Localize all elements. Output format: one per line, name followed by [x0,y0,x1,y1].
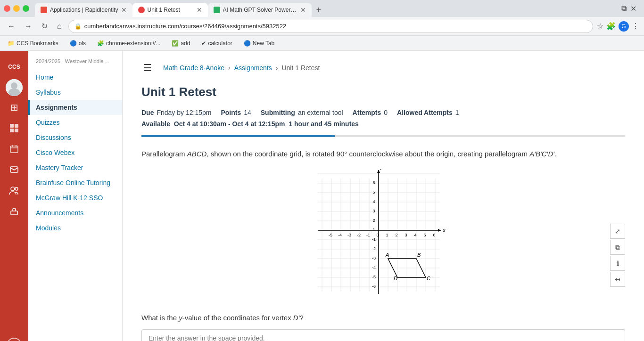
svg-marker-45 [438,229,441,232]
breadcrumb-course-link[interactable]: Math Grade 8-Anoke [163,64,224,72]
tab-close-1[interactable]: ✕ [121,6,127,14]
canvas-logo[interactable]: CCS [4,55,25,75]
sidebar-link-announcements[interactable]: Announcements [28,205,122,220]
content-wrapper: Parallelogram ABCD, shown on the coordin… [141,148,625,341]
sidebar-item-modules[interactable]: Modules [28,220,122,235]
bookmark-star-button[interactable]: ☆ [597,21,603,32]
bookmark-calculator[interactable]: ✔ calculator [198,39,235,48]
close-browser-button[interactable]: ✕ [630,4,636,13]
menu-button[interactable]: ⋮ [632,21,639,32]
extensions-button[interactable]: 🧩 [606,21,616,32]
rail-courses-icon[interactable] [5,119,24,138]
user-avatar[interactable] [6,79,23,96]
tab-close-3[interactable]: ✕ [300,6,306,14]
rail-help-icon[interactable]: ? [7,338,22,341]
rail-people-icon[interactable] [5,181,24,200]
title-bar: Applications | RapidIdentity ✕ Unit 1 Re… [0,0,644,17]
svg-text:5: 5 [372,190,375,195]
bookmark-ols-icon: 🔵 [70,40,77,47]
allowed-attempts-label: Allowed Attempts [397,109,453,116]
sidebar-item-quizzes[interactable]: Quizzes [28,115,122,130]
sidebar: 2024/2025 - Westover Middle ... Home Syl… [28,51,123,341]
sidebar-item-mastery[interactable]: Mastery Tracker [28,160,122,175]
sidebar-item-discussions[interactable]: Discussions [28,130,122,145]
available-duration: 1 hour and 45 minutes [289,120,359,128]
rail-calendar-icon[interactable] [5,139,24,158]
sidebar-link-mastery[interactable]: Mastery Tracker [28,160,122,175]
sidebar-link-assignments[interactable]: Assignments [28,100,122,115]
sidebar-item-brainfuse[interactable]: Brainfuse Online Tutoring [28,175,122,190]
reload-button[interactable]: ↻ [39,20,50,32]
sidebar-link-syllabus[interactable]: Syllabus [28,85,122,100]
copy-button[interactable]: ⧉ [610,240,625,255]
sidebar-item-home[interactable]: Home [28,70,122,85]
tab-rapididentity[interactable]: Applications | RapidIdentity ✕ [35,3,132,17]
tab-favicon-3 [214,7,220,13]
sidebar-item-assignments[interactable]: Assignments [28,100,122,115]
sidebar-item-announcements[interactable]: Announcements [28,205,122,220]
sidebar-link-mcgraw[interactable]: McGraw Hill K-12 SSO [28,190,122,205]
rail-dashboard-icon[interactable]: ⊞ [5,98,24,117]
close-window-button[interactable] [4,5,10,12]
home-button[interactable]: ⌂ [54,20,65,32]
svg-text:6: 6 [433,233,435,237]
due-label: Due [141,109,154,116]
due-value: Friday by 12:15pm [157,109,211,116]
sidebar-link-quizzes[interactable]: Quizzes [28,115,122,130]
attempts-label: Attempts [353,109,381,116]
svg-rect-13 [10,167,18,172]
svg-text:-6: -6 [372,284,376,289]
submitting-item: Submitting an external tool [261,109,343,116]
new-tab-button[interactable]: + [312,3,326,17]
minimize-window-button[interactable] [13,5,20,12]
bookmark-ols-label: ols [79,40,86,47]
menu-toggle-button[interactable]: ☰ [141,60,154,75]
breadcrumb-sep-1: › [228,64,231,72]
restore-button[interactable]: ⧉ [621,4,627,13]
forward-button[interactable]: → [22,20,35,32]
sidebar-item-mcgraw[interactable]: McGraw Hill K-12 SSO [28,190,122,205]
address-bar[interactable]: 🔒 cumberlandcanvas.instructure.com/cours… [68,20,593,33]
sidebar-item-syllabus[interactable]: Syllabus [28,85,122,100]
svg-text:D: D [394,276,397,281]
maximize-window-button[interactable] [23,5,29,12]
tab-unit1retest[interactable]: Unit 1 Retest ✕ [132,3,208,17]
bookmark-newtab-label: New Tab [253,40,274,47]
collapse-button[interactable]: ↤ [610,272,625,287]
svg-text:5: 5 [423,233,426,237]
rail-account-icon[interactable] [5,202,24,220]
svg-text:-2: -2 [357,233,361,237]
svg-text:1: 1 [386,233,388,237]
sidebar-link-home[interactable]: Home [28,70,122,85]
breadcrumb-assignments-link[interactable]: Assignments [234,64,272,72]
bookmark-calc-label: calculator [208,40,232,47]
bookmark-add[interactable]: ✅ add [169,39,193,48]
sidebar-link-brainfuse[interactable]: Brainfuse Online Tutoring [28,175,122,190]
bookmark-calc-icon: ✔ [201,40,206,47]
svg-point-4 [8,89,20,96]
profile-button[interactable]: G [619,21,629,32]
info-button[interactable]: ℹ [610,256,625,271]
breadcrumb: ☰ Math Grade 8-Anoke › Assignments › Uni… [141,60,625,75]
rail-inbox-icon[interactable] [5,160,24,179]
coordinate-grid-container: x y -5 -4 -3 -2 -1 0 1 2 3 4 5 [141,169,625,301]
bookmark-ccs[interactable]: 📁 CCS Bookmarks [5,39,61,48]
tab-aimathgpt[interactable]: AI Math GPT Solver Powered b... ✕ [208,3,312,17]
back-button[interactable]: ← [5,20,18,32]
sidebar-link-ciscowebex[interactable]: Cisco Webex [28,145,122,160]
bookmark-newtab[interactable]: 🔵 New Tab [241,39,277,48]
sidebar-link-modules[interactable]: Modules [28,220,122,235]
sidebar-item-ciscowebex[interactable]: Cisco Webex [28,145,122,160]
tab-close-2[interactable]: ✕ [197,6,202,14]
sidebar-link-discussions[interactable]: Discussions [28,130,122,145]
bookmark-ols[interactable]: 🔵 ols [67,39,89,48]
bookmark-chrome-ext[interactable]: 🧩 chrome-extension://... [94,39,163,48]
svg-rect-16 [11,211,17,215]
svg-point-15 [15,187,18,190]
points-item: Points 14 [221,109,251,116]
tab-title-2: Unit 1 Retest [148,7,194,13]
expand-button[interactable]: ⤢ [610,224,625,239]
svg-text:6: 6 [372,180,375,185]
answer-input[interactable] [141,329,625,341]
bookmark-ccs-label: CCS Bookmarks [17,40,58,47]
